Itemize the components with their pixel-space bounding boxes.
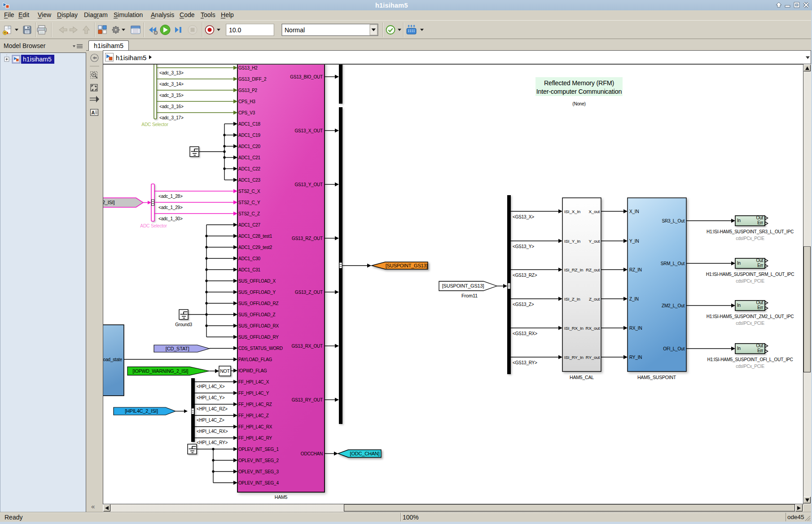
svg-text:H1:ISI-HAM5_SUSPOINT_ZM2_L_OUT: H1:ISI-HAM5_SUSPOINT_ZM2_L_OUT_IPC bbox=[707, 314, 794, 319]
svg-text:In: In bbox=[737, 303, 741, 308]
svg-text:GS13_Y_OUT: GS13_Y_OUT bbox=[295, 182, 323, 187]
svg-text:From11: From11 bbox=[461, 293, 478, 298]
svg-text:SRM_L_Out: SRM_L_Out bbox=[661, 261, 685, 266]
svg-text:X_IN: X_IN bbox=[629, 209, 639, 214]
svg-text:A: A bbox=[92, 110, 95, 115]
svg-text:IOPWD_FLAG: IOPWD_FLAG bbox=[238, 368, 267, 373]
svg-text:ADC1_C19: ADC1_C19 bbox=[238, 133, 261, 138]
svg-text:10.0: 10.0 bbox=[229, 26, 241, 34]
svg-text:In: In bbox=[737, 346, 741, 351]
svg-text:GS13_BIO_OUT: GS13_BIO_OUT bbox=[290, 74, 323, 79]
svg-text:Err: Err bbox=[757, 305, 764, 310]
svg-text:<adc_3_14>: <adc_3_14> bbox=[159, 82, 184, 87]
svg-text:GS13_DIFF_2: GS13_DIFF_2 bbox=[238, 77, 267, 82]
svg-text:<GS13_RY>: <GS13_RY> bbox=[513, 360, 537, 365]
svg-text:h1isiham5: h1isiham5 bbox=[23, 56, 52, 63]
svg-text:<HPI_L4C_RZ>: <HPI_L4C_RZ> bbox=[197, 406, 228, 411]
svg-text:cdsIPCx_PCIE: cdsIPCx_PCIE bbox=[736, 279, 764, 284]
svg-text:ISI_X_In: ISI_X_In bbox=[564, 209, 580, 214]
svg-text:Err: Err bbox=[757, 263, 764, 268]
svg-text:<GS13_RX>: <GS13_RX> bbox=[513, 331, 537, 336]
svg-text:FF_HPI_L4C_RX: FF_HPI_L4C_RX bbox=[238, 424, 272, 429]
svg-text:SUS_OFFLOAD_RY: SUS_OFFLOAD_RY bbox=[238, 335, 279, 340]
svg-text:RZ_out: RZ_out bbox=[586, 267, 600, 272]
svg-text:Ground3: Ground3 bbox=[175, 322, 192, 327]
svg-text:GS13_RZ_OUT: GS13_RZ_OUT bbox=[292, 236, 323, 241]
svg-text:Inter-computer Communication: Inter-computer Communication bbox=[536, 88, 622, 95]
svg-text:[ADC_2_ISI]: [ADC_2_ISI] bbox=[103, 200, 115, 205]
svg-text:<adc_1_29>: <adc_1_29> bbox=[158, 205, 183, 210]
svg-text:SUS_OFFLOAD_Z: SUS_OFFLOAD_Z bbox=[238, 312, 276, 317]
svg-text:STS2_C_X: STS2_C_X bbox=[238, 189, 260, 194]
svg-text:[SUSPOINT_GS13]: [SUSPOINT_GS13] bbox=[442, 283, 484, 288]
svg-text:<adc_3_17>: <adc_3_17> bbox=[159, 115, 184, 120]
svg-text:RY_out: RY_out bbox=[586, 355, 600, 360]
svg-text:<GS13_Z>: <GS13_Z> bbox=[513, 302, 534, 307]
svg-text:H1:ISI-HAM5_SUSPOINT_SRM_L_OUT: H1:ISI-HAM5_SUSPOINT_SRM_L_OUT_IPC bbox=[706, 272, 794, 277]
svg-text:«: « bbox=[91, 502, 95, 510]
svg-text:ADC Selector: ADC Selector bbox=[140, 223, 167, 228]
svg-text:OPLEV_INT_SEG_3: OPLEV_INT_SEG_3 bbox=[238, 469, 279, 474]
svg-text:<adc_3_13>: <adc_3_13> bbox=[159, 70, 184, 75]
svg-text:GS13_X_OUT: GS13_X_OUT bbox=[295, 128, 323, 133]
svg-text:ADC1_C27: ADC1_C27 bbox=[238, 223, 261, 227]
svg-text:GS13_Z_OUT: GS13_Z_OUT bbox=[295, 290, 323, 295]
svg-text:<adc_1_30>: <adc_1_30> bbox=[158, 216, 183, 221]
svg-text:OFI_L_Out: OFI_L_Out bbox=[663, 346, 685, 351]
svg-text:h1isiham5: h1isiham5 bbox=[116, 54, 146, 61]
svg-text:In: In bbox=[737, 261, 741, 266]
svg-text:[ODC_CHAN]: [ODC_CHAN] bbox=[350, 451, 380, 456]
svg-text:ISI_Y_In: ISI_Y_In bbox=[564, 239, 580, 244]
svg-text:SUS_OFFLOAD_RZ: SUS_OFFLOAD_RZ bbox=[238, 301, 279, 306]
svg-text:GS13_RX_OUT: GS13_RX_OUT bbox=[292, 344, 323, 349]
svg-text:Out: Out bbox=[756, 215, 763, 220]
svg-text:ADC1_C21: ADC1_C21 bbox=[238, 155, 261, 160]
svg-text:Y_out: Y_out bbox=[588, 239, 600, 244]
svg-text:ZM2_L_Out: ZM2_L_Out bbox=[662, 303, 685, 308]
svg-text:ADC Selector: ADC Selector bbox=[141, 122, 168, 127]
svg-text:OPLEV_INT_SEG_4: OPLEV_INT_SEG_4 bbox=[238, 480, 279, 485]
svg-text:RX_IN: RX_IN bbox=[629, 326, 642, 331]
svg-text:In: In bbox=[737, 218, 741, 223]
svg-text:[CD_STAT]: [CD_STAT] bbox=[166, 346, 189, 351]
svg-text:FF_HPI_L4C_Y: FF_HPI_L4C_Y bbox=[238, 391, 269, 396]
svg-text:FF_HPI_L4C_RZ: FF_HPI_L4C_RZ bbox=[238, 402, 272, 407]
svg-text:HAM5: HAM5 bbox=[275, 494, 288, 500]
svg-text:RX_out: RX_out bbox=[586, 326, 600, 331]
svg-text:<HPI_L4C_X>: <HPI_L4C_X> bbox=[197, 384, 225, 389]
svg-text:ADC1_C20: ADC1_C20 bbox=[238, 144, 261, 149]
svg-text:GS13_H2: GS13_H2 bbox=[238, 66, 258, 70]
svg-text:ODCCHAN: ODCCHAN bbox=[301, 451, 323, 456]
svg-text:FF_HPI_L4C_X: FF_HPI_L4C_X bbox=[238, 380, 269, 384]
svg-text:cdsIPCx_PCIE: cdsIPCx_PCIE bbox=[736, 236, 764, 241]
svg-text:CPS_H3: CPS_H3 bbox=[238, 99, 255, 104]
svg-text:ADC1_C31: ADC1_C31 bbox=[238, 267, 261, 272]
svg-text:OPLEV_INT_SEG_2: OPLEV_INT_SEG_2 bbox=[238, 458, 279, 463]
svg-text:NOT: NOT bbox=[220, 368, 230, 374]
svg-text:ADC1_C23: ADC1_C23 bbox=[238, 178, 261, 183]
svg-text:GS13_P2: GS13_P2 bbox=[238, 88, 258, 93]
svg-text:Out: Out bbox=[756, 343, 763, 348]
svg-text:SUS_OFFLOAD_RX: SUS_OFFLOAD_RX bbox=[238, 323, 279, 328]
svg-text:ADC1_C29_test2: ADC1_C29_test2 bbox=[238, 245, 272, 250]
svg-text:<HPI_L4C_RX>: <HPI_L4C_RX> bbox=[197, 429, 228, 434]
svg-text:RY_IN: RY_IN bbox=[629, 355, 642, 360]
svg-text:<GS13_RZ>: <GS13_RZ> bbox=[513, 273, 537, 278]
svg-text:ISI_RZ_In: ISI_RZ_In bbox=[564, 267, 583, 272]
svg-text:Reflected Memory (RFM): Reflected Memory (RFM) bbox=[544, 79, 614, 87]
svg-text:Err: Err bbox=[757, 220, 764, 225]
svg-text:Err: Err bbox=[757, 348, 764, 353]
svg-text:FF_HPI_L4C_RY: FF_HPI_L4C_RY bbox=[238, 436, 272, 441]
svg-text:<adc_3_15>: <adc_3_15> bbox=[159, 93, 184, 98]
svg-text:ISI_RY_In: ISI_RY_In bbox=[564, 355, 584, 360]
svg-text:(None): (None) bbox=[572, 101, 585, 106]
svg-text:Normal: Normal bbox=[285, 26, 305, 34]
svg-text:<adc_3_16>: <adc_3_16> bbox=[159, 104, 184, 109]
svg-text:Out: Out bbox=[756, 258, 763, 263]
svg-text:GS13_RY_OUT: GS13_RY_OUT bbox=[292, 397, 323, 402]
svg-text:Z_out: Z_out bbox=[589, 297, 600, 301]
svg-text:SUS_OFFLOAD_X: SUS_OFFLOAD_X bbox=[238, 279, 276, 284]
svg-text:HAM5_CAL: HAM5_CAL bbox=[570, 375, 594, 380]
svg-text:OPLEV_INT_SEG_1: OPLEV_INT_SEG_1 bbox=[238, 447, 279, 452]
svg-text:cdsIPCx_PCIE: cdsIPCx_PCIE bbox=[736, 364, 764, 369]
